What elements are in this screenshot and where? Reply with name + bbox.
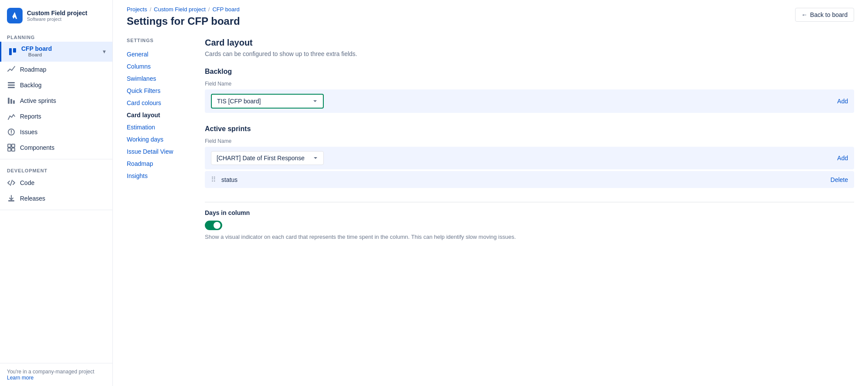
svg-line-15 [10,180,12,185]
breadcrumb-sep-1: / [150,6,151,13]
card-layout-desc: Cards can be configured to show up to th… [205,50,854,57]
svg-rect-14 [12,148,15,151]
svg-rect-4 [8,87,15,88]
code-icon [7,178,16,187]
settings-nav-card-colours[interactable]: Card colours [127,97,194,109]
svg-rect-5 [8,98,10,104]
arrow-left-icon: ← [802,11,808,18]
backlog-field-row: TIS [CFP board] Story Points Priority As… [205,89,854,113]
settings-nav: SETTINGS General Columns Swimlanes Quick… [127,34,205,386]
backlog-icon [7,81,16,89]
sidebar: Custom Field project Software project PL… [0,0,113,386]
drag-handle-icon[interactable]: ⠿ [211,175,216,184]
project-info: Custom Field project Software project [27,10,87,22]
sidebar-item-releases[interactable]: Releases [0,191,112,206]
sidebar-item-roadmap[interactable]: Roadmap [0,62,112,77]
days-in-column-toggle[interactable] [205,221,222,230]
svg-rect-1 [13,48,16,53]
sidebar-item-reports[interactable]: Reports [0,109,112,124]
active-sprints-add-button[interactable]: Add [837,155,848,162]
sidebar-components-label: Components [20,144,105,151]
sidebar-cfp-board-label: CFP board [21,45,99,52]
project-type: Software project [27,16,87,22]
sidebar-item-components[interactable]: Components [0,140,112,155]
jira-logo [7,8,23,23]
breadcrumb-cfp-board[interactable]: CFP board [212,6,240,13]
svg-point-10 [11,133,12,134]
settings-content: Card layout Cards can be configured to s… [205,34,854,386]
toggle-row [205,221,854,230]
sidebar-item-code[interactable]: Code [0,175,112,191]
releases-icon [7,194,16,203]
days-in-column-section: Days in column Show a visual indicator o… [205,209,854,240]
sidebar-issues-label: Issues [20,129,105,135]
backlog-field-select[interactable]: TIS [CFP board] Story Points Priority As… [211,94,324,109]
topbar: Projects / Custom Field project / CFP bo… [113,0,868,34]
components-icon [7,143,16,152]
roadmap-icon [7,65,16,74]
breadcrumb: Projects / Custom Field project / CFP bo… [127,6,240,13]
sidebar-item-backlog[interactable]: Backlog [0,77,112,93]
settings-nav-estimation[interactable]: Estimation [127,121,194,133]
svg-rect-13 [8,148,11,151]
sidebar-header: Custom Field project Software project [0,0,112,30]
settings-nav-card-layout[interactable]: Card layout [127,109,194,121]
backlog-add-button[interactable]: Add [837,98,848,105]
sidebar-roadmap-label: Roadmap [20,66,105,73]
breadcrumb-project[interactable]: Custom Field project [154,6,206,13]
reports-icon [7,112,16,121]
sidebar-item-issues[interactable]: Issues [0,124,112,140]
active-sprints-icon [7,96,16,105]
sidebar-item-cfp-board[interactable]: CFP board Board ▾ [0,42,112,62]
sidebar-board-sub: Board [21,52,99,58]
backlog-field-label: Field Name [205,81,854,87]
delete-field-button[interactable]: Delete [831,176,848,183]
content-area: SETTINGS General Columns Swimlanes Quick… [113,34,868,386]
active-sprints-existing-row: ⠿ status Delete [205,171,854,188]
backlog-title: Backlog [205,68,854,76]
settings-nav-working-days[interactable]: Working days [127,133,194,145]
sidebar-releases-label: Releases [20,195,105,202]
settings-nav-issue-detail-view[interactable]: Issue Detail View [127,145,194,158]
svg-rect-16 [8,200,14,201]
sidebar-active-sprints-label: Active sprints [20,97,105,104]
settings-nav-quick-filters[interactable]: Quick Filters [127,85,194,97]
settings-nav-insights[interactable]: Insights [127,170,194,182]
active-sprints-field-row: [CHART] Date of First Response Story Poi… [205,147,854,169]
svg-rect-6 [10,99,12,104]
active-sprints-title: Active sprints [205,125,854,133]
breadcrumb-projects[interactable]: Projects [127,6,147,13]
settings-nav-general[interactable]: General [127,48,194,60]
sidebar-backlog-label: Backlog [20,82,105,89]
sidebar-item-active-sprints[interactable]: Active sprints [0,93,112,109]
settings-nav-roadmap[interactable]: Roadmap [127,158,194,170]
settings-nav-columns[interactable]: Columns [127,60,194,73]
sidebar-reports-label: Reports [20,113,105,120]
existing-field-name: status [221,176,825,183]
breadcrumb-sep-2: / [208,6,210,13]
svg-rect-12 [12,144,15,147]
svg-rect-0 [9,48,12,55]
settings-nav-swimlanes[interactable]: Swimlanes [127,73,194,85]
svg-rect-11 [8,144,11,147]
active-sprints-field-label: Field Name [205,138,854,144]
backlog-section: Backlog Field Name TIS [CFP board] Story… [205,68,854,113]
sidebar-footer: You're in a company-managed project Lear… [0,363,112,386]
planning-section-label: PLANNING [0,30,112,42]
page-title: Settings for CFP board [127,15,240,34]
back-to-board-button[interactable]: ← Back to board [795,8,854,22]
days-in-column-desc: Show a visual indicator on each card tha… [205,234,535,240]
svg-rect-3 [8,85,15,86]
svg-rect-7 [13,100,15,104]
sidebar-divider-2 [0,210,112,210]
svg-rect-2 [8,82,15,83]
active-sprints-field-select[interactable]: [CHART] Date of First Response Story Poi… [211,151,324,165]
learn-more-link[interactable]: Learn more [7,375,33,381]
issues-icon [7,128,16,136]
days-in-column-title: Days in column [205,209,854,216]
main-content: Projects / Custom Field project / CFP bo… [113,0,868,386]
section-divider [205,202,854,202]
topbar-left: Projects / Custom Field project / CFP bo… [127,6,240,34]
board-icon [8,47,17,56]
active-sprints-section: Active sprints Field Name [CHART] Date o… [205,125,854,188]
